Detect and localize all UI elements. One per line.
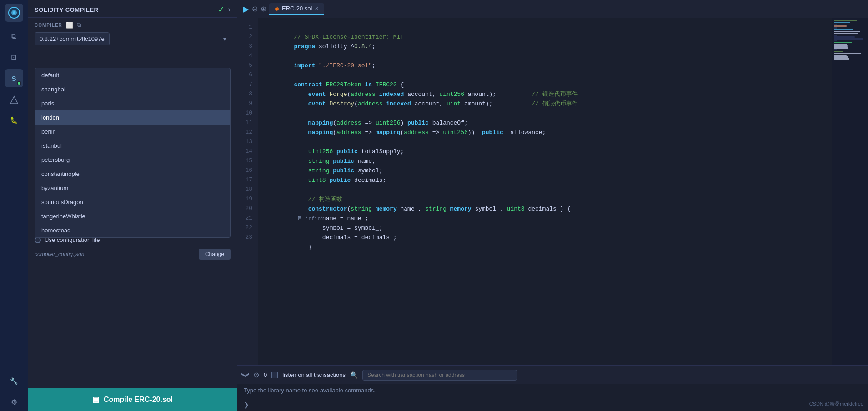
stop-icon[interactable]: ⊘ (253, 371, 259, 379)
evm-option-tangerinewhistle[interactable]: tangerineWhistle (35, 209, 230, 223)
panel-title: SOLIDITY COMPILER (35, 6, 98, 13)
mini-line-10 (834, 36, 855, 38)
transaction-count: 0 (264, 371, 267, 378)
evm-option-paris[interactable]: paris (35, 96, 230, 110)
compiler-panel: SOLIDITY COMPILER ✓ › COMPILER ⬜ ⧉ 0.8.2… (28, 0, 237, 411)
library-hint-row: Type the library name to see available c… (237, 384, 868, 398)
evm-option-berlin[interactable]: berlin (35, 125, 230, 139)
code-line-1: // SPDX-License-Identifier: MIT (266, 23, 824, 32)
zoom-in-icon[interactable]: ⊕ (261, 5, 266, 13)
new-file-icon[interactable]: ⬜ (66, 22, 73, 29)
expand-icon[interactable]: ❯ (241, 372, 250, 378)
line-num-15: 15 (237, 156, 258, 166)
bottom-bar: ❯ ⊘ 0 listen on all transactions 🔍 (237, 365, 868, 384)
compiler-icon[interactable]: S (5, 69, 23, 87)
change-button[interactable]: Change (199, 249, 231, 260)
version-row: 0.8.22+commit.4fc1097e (28, 30, 237, 48)
chevron-right-icon[interactable]: › (228, 5, 231, 14)
line-num-8: 8 (237, 90, 258, 99)
evm-option-london[interactable]: london (35, 110, 230, 125)
evm-option-constantinople[interactable]: constantinople (35, 167, 230, 181)
evm-option-homestead[interactable]: homestead (35, 223, 230, 237)
mini-line-16 (834, 47, 848, 49)
mini-line-1 (834, 20, 857, 21)
mini-line-6 (834, 29, 853, 30)
listen-checkbox[interactable] (271, 372, 278, 378)
mini-line-17 (834, 49, 837, 50)
debug-icon[interactable]: 🐛 (5, 111, 23, 129)
mini-line-22 (834, 58, 849, 60)
code-line-18: // 构造函数 (266, 185, 824, 195)
evm-option-petersburg[interactable]: petersburg (35, 153, 230, 167)
logo-icon[interactable] (5, 4, 23, 22)
expand-row: ❯ (237, 398, 868, 411)
line-num-22: 22 (237, 223, 258, 233)
files-icon[interactable]: ⧉ (5, 27, 23, 45)
listen-label: listen on all transactions (282, 371, 346, 378)
tab-close-icon[interactable]: ✕ (315, 5, 319, 11)
tab-erc20[interactable]: ◈ ERC-20.sol ✕ (269, 3, 324, 15)
code-line-6: contract ERC20Token is IERC20 { (266, 70, 824, 80)
mini-line-12 (834, 40, 837, 41)
evm-dropdown: default shanghai paris london berlin ist… (35, 68, 231, 238)
deploy-icon[interactable] (5, 90, 23, 108)
evm-option-default[interactable]: default (35, 68, 230, 82)
sidebar: ⧉ ⊡ S 🐛 🔧 ⚙ (0, 0, 28, 411)
line-num-12: 12 (237, 128, 258, 137)
line-num-11: 11 (237, 118, 258, 128)
line-num-18: 18 (237, 185, 258, 195)
zoom-out-icon[interactable]: ⊖ (252, 5, 258, 13)
line-num-23: 23 (237, 233, 258, 242)
line-num-16: 16 (237, 166, 258, 175)
evm-option-spuriousdragon[interactable]: spuriousDragon (35, 195, 230, 209)
mini-line-18 (834, 51, 843, 52)
watermark: CSDN @哈桑merkletree (809, 401, 863, 407)
bottom-expand-icon[interactable]: ❯ (244, 401, 249, 408)
svg-marker-3 (10, 96, 18, 104)
gear-icon[interactable]: ⚙ (5, 393, 23, 411)
code-line-13: uint256 public totalSupply; (266, 137, 824, 147)
config-file-row: compiler_config.json Change (28, 247, 237, 261)
config-filename: compiler_config.json (35, 251, 195, 257)
line-num-4: 4 (237, 51, 258, 61)
line-num-14: 14 (237, 147, 258, 156)
copy-icon[interactable]: ⊡ (5, 48, 23, 66)
header-icons: ✓ › (218, 5, 231, 15)
compile-button[interactable]: ▣ Compile ERC-20.sol (28, 388, 237, 411)
evm-option-shanghai[interactable]: shanghai (35, 82, 230, 96)
evm-option-istanbul[interactable]: istanbul (35, 139, 230, 153)
line-num-3: 3 (237, 42, 258, 51)
line-num-6: 6 (237, 70, 258, 80)
run-icon[interactable]: ▶ (243, 4, 249, 14)
code-editor: 1 2 3 4 5 6 7 8 9 10 11 12 13 14 15 16 1… (237, 18, 868, 365)
version-select-wrapper: 0.8.22+commit.4fc1097e (35, 32, 231, 45)
panel-content: COMPILER ⬜ ⧉ 0.8.22+commit.4fc1097e defa… (28, 18, 237, 411)
compiler-section-label: COMPILER (35, 23, 62, 28)
library-hint: Type the library name to see available c… (244, 384, 376, 396)
mini-line-3 (834, 24, 837, 25)
mini-line-7 (834, 31, 860, 32)
check-icon: ✓ (218, 5, 225, 15)
mini-line-2 (834, 22, 850, 23)
minimap-content (832, 18, 868, 62)
version-select[interactable]: 0.8.22+commit.4fc1097e (35, 32, 110, 45)
line-num-10: 10 (237, 109, 258, 118)
editor-area: ▶ ⊖ ⊕ ◈ ERC-20.sol ✕ 1 2 3 4 5 6 7 8 9 1… (237, 0, 868, 411)
evm-option-byzantium[interactable]: byzantium (35, 181, 230, 195)
svg-point-2 (13, 11, 15, 14)
code-content[interactable]: // SPDX-License-Identifier: MIT pragma s… (258, 18, 832, 365)
mini-line-5 (834, 27, 837, 29)
editor-toolbar: ▶ ⊖ ⊕ ◈ ERC-20.sol ✕ (237, 0, 868, 18)
code-line-19: constructor(string memory name_, string … (266, 195, 824, 204)
terminal-section: ❯ ⊘ 0 listen on all transactions 🔍 Type … (237, 365, 868, 411)
mini-line-9 (834, 35, 837, 36)
settings-wrench-icon[interactable]: 🔧 (5, 372, 23, 390)
line-num-20: 20 (237, 204, 258, 214)
copy-config-icon[interactable]: ⧉ (77, 21, 81, 29)
mini-line-8 (834, 33, 858, 34)
mini-line-15 (834, 45, 848, 47)
search-icon: 🔍 (350, 371, 358, 379)
search-input[interactable] (362, 370, 517, 381)
tab-label: ERC-20.sol (282, 5, 312, 12)
line-numbers: 1 2 3 4 5 6 7 8 9 10 11 12 13 14 15 16 1… (237, 18, 258, 365)
